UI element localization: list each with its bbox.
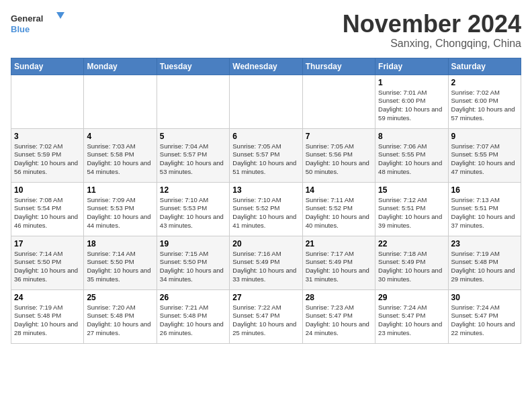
day-info: Sunrise: 7:10 AM Sunset: 5:53 PM Dayligh… <box>160 196 226 230</box>
day-number: 4 <box>87 132 153 141</box>
day-info: Sunrise: 7:06 AM Sunset: 5:55 PM Dayligh… <box>378 142 445 177</box>
day-number: 10 <box>14 185 81 195</box>
day-info: Sunrise: 7:01 AM Sunset: 6:00 PM Dayligh… <box>378 89 445 123</box>
day-number: 29 <box>378 293 445 302</box>
day-cell: 12Sunrise: 7:10 AM Sunset: 5:53 PM Dayli… <box>157 182 229 236</box>
day-info: Sunrise: 7:13 AM Sunset: 5:51 PM Dayligh… <box>451 196 518 230</box>
day-number: 15 <box>378 185 445 195</box>
day-cell: 16Sunrise: 7:13 AM Sunset: 5:51 PM Dayli… <box>448 182 521 236</box>
day-info: Sunrise: 7:12 AM Sunset: 5:51 PM Dayligh… <box>378 196 445 230</box>
day-number: 12 <box>160 185 226 195</box>
day-number: 11 <box>87 185 153 195</box>
day-info: Sunrise: 7:14 AM Sunset: 5:50 PM Dayligh… <box>87 250 153 284</box>
day-info: Sunrise: 7:10 AM Sunset: 5:52 PM Dayligh… <box>232 196 299 230</box>
day-number: 16 <box>451 185 518 195</box>
day-info: Sunrise: 7:08 AM Sunset: 5:54 PM Dayligh… <box>14 196 81 230</box>
day-number: 3 <box>14 132 81 141</box>
day-info: Sunrise: 7:15 AM Sunset: 5:50 PM Dayligh… <box>160 250 226 284</box>
weekday-header-tuesday: Tuesday <box>157 58 229 75</box>
day-cell: 10Sunrise: 7:08 AM Sunset: 5:54 PM Dayli… <box>11 182 84 236</box>
day-cell: 1Sunrise: 7:01 AM Sunset: 6:00 PM Daylig… <box>375 75 448 128</box>
day-number: 27 <box>232 293 299 302</box>
page-header: General Blue November 2024 Sanxing, Chon… <box>11 11 521 50</box>
week-row-2: 3Sunrise: 7:02 AM Sunset: 5:59 PM Daylig… <box>11 128 521 182</box>
day-number: 7 <box>306 132 372 141</box>
week-row-4: 17Sunrise: 7:14 AM Sunset: 5:50 PM Dayli… <box>11 236 521 289</box>
day-info: Sunrise: 7:07 AM Sunset: 5:55 PM Dayligh… <box>451 142 518 177</box>
day-number: 18 <box>87 239 153 248</box>
day-info: Sunrise: 7:18 AM Sunset: 5:49 PM Dayligh… <box>378 250 445 284</box>
day-number: 17 <box>14 239 81 248</box>
day-number: 30 <box>451 293 518 302</box>
day-info: Sunrise: 7:17 AM Sunset: 5:49 PM Dayligh… <box>306 250 372 284</box>
day-cell: 17Sunrise: 7:14 AM Sunset: 5:50 PM Dayli… <box>11 236 84 289</box>
day-number: 14 <box>306 185 372 195</box>
day-cell: 3Sunrise: 7:02 AM Sunset: 5:59 PM Daylig… <box>11 128 84 182</box>
day-info: Sunrise: 7:24 AM Sunset: 5:47 PM Dayligh… <box>451 304 518 338</box>
day-cell: 22Sunrise: 7:18 AM Sunset: 5:49 PM Dayli… <box>375 236 448 289</box>
day-info: Sunrise: 7:03 AM Sunset: 5:58 PM Dayligh… <box>87 142 153 177</box>
weekday-header-row: SundayMondayTuesdayWednesdayThursdayFrid… <box>11 58 521 75</box>
day-cell: 20Sunrise: 7:16 AM Sunset: 5:49 PM Dayli… <box>230 236 302 289</box>
day-info: Sunrise: 7:24 AM Sunset: 5:47 PM Dayligh… <box>378 304 445 338</box>
day-cell: 27Sunrise: 7:22 AM Sunset: 5:47 PM Dayli… <box>230 289 302 343</box>
day-info: Sunrise: 7:19 AM Sunset: 5:48 PM Dayligh… <box>451 250 518 284</box>
day-info: Sunrise: 7:21 AM Sunset: 5:48 PM Dayligh… <box>160 304 226 338</box>
day-cell: 5Sunrise: 7:04 AM Sunset: 5:57 PM Daylig… <box>157 128 229 182</box>
day-number: 13 <box>232 185 299 195</box>
day-cell: 6Sunrise: 7:05 AM Sunset: 5:57 PM Daylig… <box>230 128 302 182</box>
day-info: Sunrise: 7:20 AM Sunset: 5:48 PM Dayligh… <box>87 304 153 338</box>
day-number: 26 <box>160 293 226 302</box>
day-cell: 15Sunrise: 7:12 AM Sunset: 5:51 PM Dayli… <box>375 182 448 236</box>
day-cell: 26Sunrise: 7:21 AM Sunset: 5:48 PM Dayli… <box>157 289 229 343</box>
day-number: 2 <box>451 78 518 87</box>
week-row-3: 10Sunrise: 7:08 AM Sunset: 5:54 PM Dayli… <box>11 182 521 236</box>
day-cell: 30Sunrise: 7:24 AM Sunset: 5:47 PM Dayli… <box>448 289 521 343</box>
day-cell: 14Sunrise: 7:11 AM Sunset: 5:52 PM Dayli… <box>302 182 375 236</box>
svg-text:Blue: Blue <box>11 24 30 34</box>
weekday-header-monday: Monday <box>84 58 157 75</box>
day-cell: 21Sunrise: 7:17 AM Sunset: 5:49 PM Dayli… <box>302 236 375 289</box>
day-cell: 25Sunrise: 7:20 AM Sunset: 5:48 PM Dayli… <box>84 289 157 343</box>
week-row-5: 24Sunrise: 7:19 AM Sunset: 5:48 PM Dayli… <box>11 289 521 343</box>
day-cell <box>230 75 302 128</box>
svg-marker-2 <box>56 12 64 19</box>
day-info: Sunrise: 7:16 AM Sunset: 5:49 PM Dayligh… <box>232 250 299 284</box>
day-number: 20 <box>232 239 299 248</box>
day-info: Sunrise: 7:04 AM Sunset: 5:57 PM Dayligh… <box>160 142 226 177</box>
day-info: Sunrise: 7:05 AM Sunset: 5:56 PM Dayligh… <box>306 142 372 177</box>
day-cell: 7Sunrise: 7:05 AM Sunset: 5:56 PM Daylig… <box>302 128 375 182</box>
calendar-table: SundayMondayTuesdayWednesdayThursdayFrid… <box>11 58 521 344</box>
day-cell <box>157 75 229 128</box>
weekday-header-wednesday: Wednesday <box>230 58 302 75</box>
day-number: 8 <box>378 132 445 141</box>
day-info: Sunrise: 7:19 AM Sunset: 5:48 PM Dayligh… <box>14 304 81 338</box>
day-cell: 28Sunrise: 7:23 AM Sunset: 5:47 PM Dayli… <box>302 289 375 343</box>
day-info: Sunrise: 7:22 AM Sunset: 5:47 PM Dayligh… <box>232 304 299 338</box>
day-number: 24 <box>14 293 81 302</box>
day-number: 25 <box>87 293 153 302</box>
day-cell: 9Sunrise: 7:07 AM Sunset: 5:55 PM Daylig… <box>448 128 521 182</box>
day-cell: 19Sunrise: 7:15 AM Sunset: 5:50 PM Dayli… <box>157 236 229 289</box>
day-number: 28 <box>306 293 372 302</box>
day-number: 21 <box>306 239 372 248</box>
day-cell <box>84 75 157 128</box>
location-title: Sanxing, Chongqing, China <box>343 38 521 50</box>
day-cell: 8Sunrise: 7:06 AM Sunset: 5:55 PM Daylig… <box>375 128 448 182</box>
day-number: 9 <box>451 132 518 141</box>
day-number: 6 <box>232 132 299 141</box>
day-cell <box>11 75 84 128</box>
day-cell <box>302 75 375 128</box>
weekday-header-thursday: Thursday <box>302 58 375 75</box>
day-cell: 24Sunrise: 7:19 AM Sunset: 5:48 PM Dayli… <box>11 289 84 343</box>
day-info: Sunrise: 7:23 AM Sunset: 5:47 PM Dayligh… <box>306 304 372 338</box>
day-cell: 29Sunrise: 7:24 AM Sunset: 5:47 PM Dayli… <box>375 289 448 343</box>
month-title: November 2024 <box>343 11 521 38</box>
day-number: 19 <box>160 239 226 248</box>
day-info: Sunrise: 7:11 AM Sunset: 5:52 PM Dayligh… <box>306 196 372 230</box>
weekday-header-sunday: Sunday <box>11 58 84 75</box>
day-cell: 11Sunrise: 7:09 AM Sunset: 5:53 PM Dayli… <box>84 182 157 236</box>
weekday-header-saturday: Saturday <box>448 58 521 75</box>
day-cell: 13Sunrise: 7:10 AM Sunset: 5:52 PM Dayli… <box>230 182 302 236</box>
day-number: 23 <box>451 239 518 248</box>
